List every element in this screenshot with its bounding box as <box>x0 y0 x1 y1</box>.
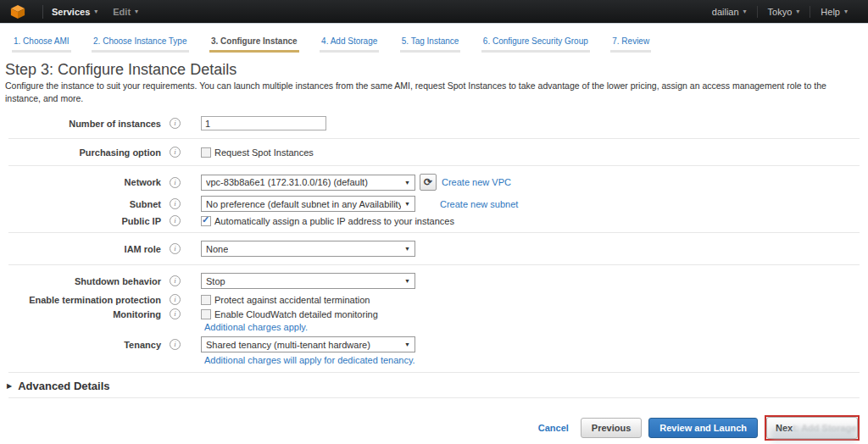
help-menu-label: Help <box>821 7 840 17</box>
page-title: Step 3: Configure Instance Details <box>5 61 860 79</box>
aws-console-window: Services ▾ Edit ▾ dailian ▾ Tokyo ▾ Help… <box>0 0 868 444</box>
review-and-launch-button[interactable]: Review and Launch <box>648 418 758 438</box>
field-label: Number of instances <box>0 119 161 129</box>
field-label: Purchasing option <box>0 147 161 158</box>
step-tab-choose-instance-type[interactable]: 2. Choose Instance Type <box>92 36 188 53</box>
monitoring-checkbox[interactable] <box>201 309 211 319</box>
info-icon[interactable]: i <box>170 198 181 209</box>
divider <box>8 264 860 265</box>
step-tab-configure-instance[interactable]: 3. Configure Instance <box>209 36 299 53</box>
dropdown-arrow-icon: ▼ <box>404 246 410 252</box>
selected-value: vpc-83b8a6e1 (172.31.0.0/16) (default) <box>206 177 368 187</box>
services-menu-label: Services <box>52 7 90 17</box>
checkbox-label: Enable CloudWatch detailed monitoring <box>214 309 378 319</box>
info-icon[interactable]: i <box>170 275 181 286</box>
info-icon[interactable]: i <box>170 243 181 254</box>
tenancy-note-row: Additional charges will apply for dedica… <box>0 354 868 368</box>
advanced-details-toggle[interactable]: ▶ Advanced Details <box>7 380 868 392</box>
chevron-down-icon: ▾ <box>796 8 799 15</box>
network-row: Network i vpc-83b8a6e1 (172.31.0.0/16) (… <box>0 170 868 194</box>
field-label: Network <box>0 177 161 187</box>
subnet-row: Subnet i No preference (default subnet i… <box>0 194 868 214</box>
divider <box>8 397 860 398</box>
topbar: Services ▾ Edit ▾ dailian ▾ Tokyo ▾ Help… <box>0 0 868 24</box>
subnet-select[interactable]: No preference (default subnet in any Ava… <box>201 196 415 212</box>
selected-value: Stop <box>206 276 225 286</box>
services-menu[interactable]: Services ▾ <box>52 7 97 17</box>
page-description: Configure the instance to suit your requ… <box>5 80 860 104</box>
selected-value: No preference (default subnet in any Ava… <box>206 199 401 209</box>
network-select[interactable]: vpc-83b8a6e1 (172.31.0.0/16) (default) ▼ <box>201 175 415 191</box>
number-of-instances-input[interactable] <box>201 116 326 130</box>
edit-menu[interactable]: Edit ▾ <box>113 7 138 17</box>
create-new-vpc-link[interactable]: Create new VPC <box>442 177 511 187</box>
dedicated-tenancy-charges-link[interactable]: Additional charges will apply for dedica… <box>204 355 415 365</box>
previous-button[interactable]: Previous <box>581 418 642 438</box>
info-icon[interactable]: i <box>170 339 181 350</box>
shutdown-behavior-select[interactable]: Stop ▼ <box>201 273 415 289</box>
info-icon[interactable]: i <box>170 294 181 305</box>
step-tab-add-storage[interactable]: 4. Add Storage <box>320 36 379 53</box>
refresh-vpc-button[interactable]: ⟳ <box>420 174 437 191</box>
field-label: Public IP <box>0 216 161 226</box>
dropdown-arrow-icon: ▼ <box>404 341 410 347</box>
dropdown-arrow-icon: ▼ <box>404 201 410 207</box>
number-of-instances-row: Number of instances i <box>0 113 868 134</box>
watermark-smudge <box>771 428 856 442</box>
info-icon[interactable]: i <box>170 147 181 158</box>
chevron-down-icon: ▾ <box>844 8 848 15</box>
selected-value: Shared tenancy (multi-tenant hardware) <box>206 340 370 350</box>
create-new-subnet-link[interactable]: Create new subnet <box>440 199 518 209</box>
field-label: Shutdown behavior <box>0 276 161 286</box>
termination-protection-row: Enable termination protection i Protect … <box>0 292 868 307</box>
tenancy-select[interactable]: Shared tenancy (multi-tenant hardware) ▼ <box>201 336 415 352</box>
region-menu-label: Tokyo <box>768 7 793 17</box>
termination-protection-checkbox[interactable] <box>201 295 211 305</box>
step-tab-review[interactable]: 7. Review <box>610 36 651 53</box>
topbar-divider <box>42 5 43 19</box>
info-icon[interactable]: i <box>170 177 181 188</box>
triangle-right-icon: ▶ <box>7 382 12 390</box>
shutdown-behavior-row: Shutdown behavior i Stop ▼ <box>0 269 868 292</box>
region-menu[interactable]: Tokyo ▾ <box>758 7 810 17</box>
divider <box>8 372 860 373</box>
checkbox-label: Automatically assign a public IP address… <box>214 216 454 226</box>
info-icon[interactable]: i <box>170 215 181 226</box>
field-label: Monitoring <box>0 309 161 319</box>
cancel-link[interactable]: Cancel <box>538 423 569 433</box>
dropdown-arrow-icon: ▼ <box>404 278 410 284</box>
checkbox-label: Request Spot Instances <box>214 147 314 158</box>
info-icon[interactable]: i <box>170 118 181 129</box>
iam-role-row: IAM role i None ▼ <box>0 237 868 260</box>
chevron-down-icon: ▾ <box>743 8 747 15</box>
divider <box>8 232 860 233</box>
wizard-steps: 1. Choose AMI 2. Choose Instance Type 3.… <box>0 24 868 53</box>
edit-menu-label: Edit <box>113 7 131 17</box>
aws-logo-icon[interactable] <box>10 4 25 19</box>
step-tab-tag-instance[interactable]: 5. Tag Instance <box>400 36 461 53</box>
public-ip-checkbox[interactable]: ✓ <box>201 216 211 226</box>
refresh-icon: ⟳ <box>424 176 432 188</box>
selected-value: None <box>206 244 228 254</box>
step-tab-choose-ami[interactable]: 1. Choose AMI <box>12 36 71 53</box>
chevron-down-icon: ▾ <box>135 8 138 15</box>
help-menu[interactable]: Help ▾ <box>810 7 858 17</box>
public-ip-row: Public IP i ✓ Automatically assign a pub… <box>0 214 868 228</box>
chevron-down-icon: ▾ <box>94 8 97 15</box>
user-menu-label: dailian <box>712 7 739 17</box>
purchasing-option-row: Purchasing option i Request Spot Instanc… <box>0 143 868 161</box>
monitoring-note-row: Additional charges apply. <box>0 321 868 335</box>
divider <box>8 138 860 139</box>
configure-instance-form: Number of instances i Purchasing option … <box>0 113 868 398</box>
request-spot-instances-checkbox[interactable] <box>201 147 211 158</box>
field-label: Tenancy <box>0 340 161 350</box>
info-icon[interactable]: i <box>170 308 181 319</box>
user-menu[interactable]: dailian ▾ <box>702 7 757 17</box>
iam-role-select[interactable]: None ▼ <box>201 241 415 257</box>
step-tab-configure-security-group[interactable]: 6. Configure Security Group <box>481 36 590 53</box>
additional-charges-link[interactable]: Additional charges apply. <box>204 322 308 332</box>
field-label: Enable termination protection <box>0 295 161 305</box>
field-label: Subnet <box>0 199 161 209</box>
monitoring-row: Monitoring i Enable CloudWatch detailed … <box>0 307 868 321</box>
field-label: IAM role <box>0 244 161 254</box>
